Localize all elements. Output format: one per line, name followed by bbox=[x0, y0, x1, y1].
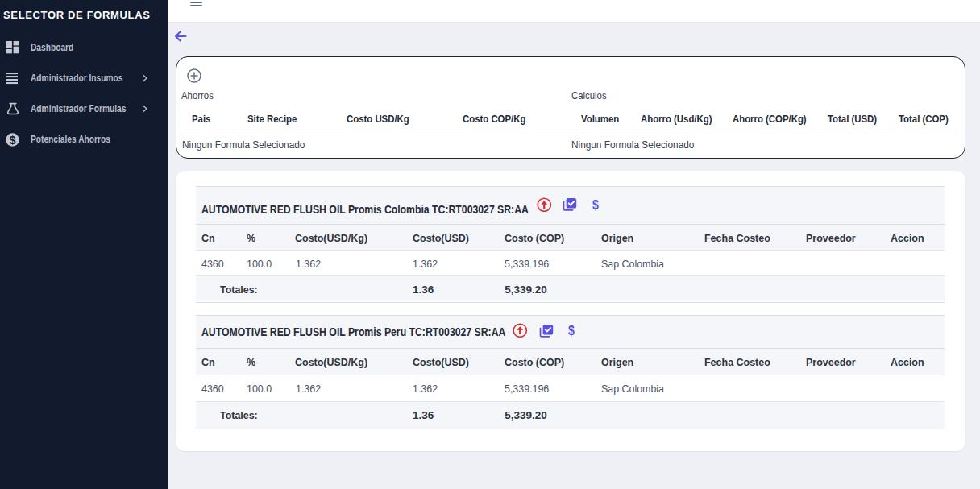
svg-text:$: $ bbox=[9, 133, 15, 146]
